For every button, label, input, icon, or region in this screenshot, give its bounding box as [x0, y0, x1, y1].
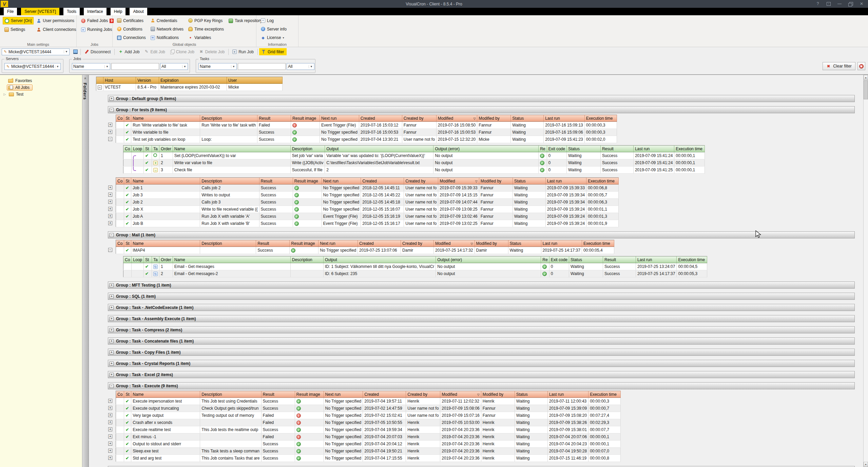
column-header-execution-time[interactable]: Execution time: [586, 178, 619, 184]
menu-tab-interface[interactable]: Interface: [84, 8, 107, 15]
job-row[interactable]: ✔Test set job variables on loopLoop:Succ…: [116, 136, 617, 143]
column-header-st[interactable]: St: [124, 115, 131, 122]
column-header-execution-time[interactable]: Execution time: [589, 391, 621, 398]
run-job-button[interactable]: ▸Run Job: [230, 48, 256, 55]
expander-box[interactable]: +: [108, 427, 112, 431]
job-row[interactable]: ✔Job ARun Job X with variable 'A'Success…: [116, 213, 619, 220]
minimize-icon[interactable]: —: [837, 0, 842, 8]
tasks-filter-scope-combo[interactable]: All ▼: [287, 63, 314, 70]
column-header-modified[interactable]: Modified▽: [436, 115, 477, 122]
folders-panel-strip[interactable]: « Folders: [82, 75, 89, 467]
column-header-co[interactable]: Co: [116, 115, 124, 122]
column-header-result-image[interactable]: Result image: [295, 391, 324, 398]
disconnect-button[interactable]: Disconnect: [82, 48, 113, 55]
expander-box[interactable]: +: [108, 399, 112, 403]
scrollbar-thumb[interactable]: [864, 80, 868, 99]
scroll-down-icon[interactable]: ▼: [864, 462, 868, 467]
column-header-execution-time[interactable]: Execution time: [674, 145, 705, 152]
column-header-loop[interactable]: Loop: [132, 256, 144, 263]
column-header-name[interactable]: Name: [131, 391, 200, 398]
tasks-filter-field-combo[interactable]: Name ▼: [198, 63, 237, 70]
jobs-filter-scope-combo[interactable]: All ▼: [160, 63, 188, 70]
expander-box[interactable]: −: [98, 85, 102, 90]
expander-box[interactable]: −: [108, 248, 112, 252]
expander-box[interactable]: +: [110, 339, 114, 343]
column-header-name[interactable]: Name: [173, 145, 290, 152]
expander-box[interactable]: +: [108, 186, 112, 190]
jobs-filter-field-combo[interactable]: Name ▼: [72, 63, 110, 70]
column-header-st[interactable]: St: [144, 145, 152, 152]
expander-box[interactable]: +: [110, 350, 114, 354]
sidebar-item-test[interactable]: ▷Test: [0, 91, 82, 98]
task-row[interactable]: ✔↻1Email - Get messagesID: 1 Subject: Vä…: [123, 263, 707, 270]
column-header-order[interactable]: Order: [159, 145, 173, 152]
column-header-result-image[interactable]: Result image: [291, 115, 320, 122]
menu-tab-about[interactable]: About: [130, 8, 147, 15]
column-header-exit-code[interactable]: Exit code: [549, 256, 569, 263]
column-header-created-by[interactable]: Created by: [401, 240, 434, 247]
column-header-modified-by[interactable]: Modified by: [481, 391, 515, 398]
job-row[interactable]: ✔Execute output truncatingCheck Output g…: [116, 405, 621, 412]
column-header-name[interactable]: Name: [173, 256, 290, 263]
job-row[interactable]: ✔Sleep.exe testThis Task tests a sleep c…: [116, 448, 621, 455]
job-row[interactable]: ✔Job BRun Job X with variable 'B'Success…: [116, 220, 619, 227]
column-header-result[interactable]: Result: [603, 256, 636, 263]
ribbon-button-variables[interactable]: ●Variables: [187, 34, 226, 41]
group-band-group-default-group-5-items[interactable]: +Group : Default group (5 items): [108, 95, 855, 102]
column-header-modified-by[interactable]: Modified by: [477, 115, 511, 122]
column-header-created[interactable]: Created: [363, 391, 406, 398]
ribbon-button-network-drives[interactable]: Network drives: [149, 25, 185, 33]
task-row[interactable]: ✔→3Check fileSuccessful, If file2No outp…: [123, 167, 705, 174]
ribbon-button-conditions[interactable]: ?Conditions: [115, 25, 148, 33]
column-header-next-run[interactable]: Next run: [319, 240, 358, 247]
column-header-co[interactable]: Co: [116, 178, 124, 184]
column-header-output-error[interactable]: Output (error): [433, 145, 539, 152]
job-row[interactable]: ✔Write variable to fileSuccess✔No Trigge…: [116, 129, 617, 136]
column-header-description[interactable]: Description: [290, 256, 323, 263]
ribbon-button-notifications[interactable]: ✉Notifications: [149, 34, 185, 41]
expander-box[interactable]: +: [110, 97, 114, 101]
column-header-status[interactable]: Status: [515, 391, 547, 398]
column-header-st[interactable]: St: [124, 391, 131, 398]
menu-tab-file[interactable]: File: [4, 8, 17, 15]
column-header-status[interactable]: Status: [511, 115, 544, 122]
ribbon-button-time-exceptions[interactable]: Time exceptions: [187, 25, 226, 33]
expander-box[interactable]: +: [110, 294, 114, 298]
group-band-group-task-crystal-reports-1-item[interactable]: +Group : Task - Crystal Reports (1 item): [108, 360, 855, 367]
group-band-group-task-execute-9-items[interactable]: −Group : Task - Execute (9 items): [108, 382, 855, 389]
expander-box[interactable]: +: [108, 442, 112, 446]
expander-box[interactable]: −: [108, 137, 112, 141]
ribbon-button-credentials[interactable]: Credentials: [149, 17, 185, 24]
column-header-re[interactable]: Re: [541, 256, 549, 263]
column-header-modified[interactable]: Modified▽: [434, 240, 475, 247]
expander-box[interactable]: −: [110, 108, 114, 112]
group-band-group-mail-1-item[interactable]: −Group : Mail (1 item): [108, 231, 855, 238]
expander-box[interactable]: +: [110, 317, 114, 321]
column-header-next-run[interactable]: Next run: [324, 391, 363, 398]
column-header-re[interactable]: Re: [539, 145, 547, 152]
column-header-exit-code[interactable]: Exit code: [547, 145, 566, 152]
task-row[interactable]: ✔↻2Email - Get messages-2ID: 6 Subject: …: [123, 270, 707, 277]
job-row[interactable]: ✔Output to stdout and stderrSuccess✔No T…: [116, 441, 621, 448]
column-header-output[interactable]: Output: [323, 256, 436, 263]
column-header-last-run[interactable]: Last run: [545, 178, 586, 184]
column-header-result-image[interactable]: Result image: [293, 178, 322, 184]
expander-box[interactable]: +: [108, 123, 112, 127]
ribbon-button-log[interactable]: ≡Log: [259, 17, 288, 24]
group-band-group-sql-1-item[interactable]: +Group : SQL (1 item): [108, 293, 855, 300]
group-band-group-task-concatenate-files-1-item[interactable]: +Group : Task - Concatenate files (1 ite…: [108, 337, 855, 345]
column-header-ta[interactable]: Ta: [152, 256, 159, 263]
expand-caret-icon[interactable]: ▷: [3, 93, 7, 96]
delete-job-button[interactable]: ✖Delete Job: [197, 48, 227, 55]
column-header-host[interactable]: Host: [103, 77, 136, 84]
server-connection-combo[interactable]: ✎ Micke@VCTEST:16444 ▼: [2, 48, 70, 55]
column-header-last-run[interactable]: Last run: [636, 256, 677, 263]
column-header-status[interactable]: Status: [569, 256, 603, 263]
expander-box[interactable]: +: [108, 449, 112, 453]
column-header-result[interactable]: Result: [257, 115, 291, 122]
column-header-next-run[interactable]: Next run: [322, 178, 361, 184]
column-header-created-by[interactable]: Created by: [406, 391, 440, 398]
column-header-modified-by[interactable]: Modified by: [479, 178, 513, 184]
column-header-modified-by[interactable]: Modified by: [475, 240, 508, 247]
add-job-button[interactable]: +Add Job: [116, 48, 142, 55]
